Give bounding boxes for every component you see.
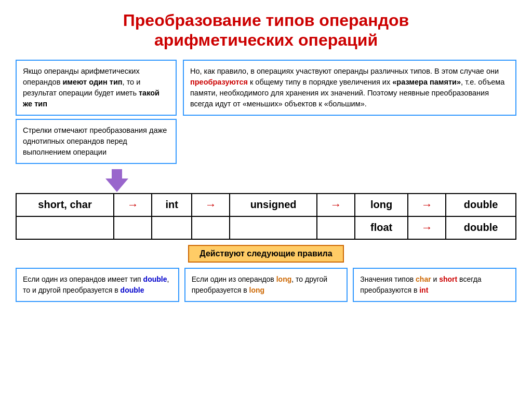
empty-5: [230, 216, 317, 239]
arrow-down-wrapper: [57, 167, 177, 192]
bottom-box-2: Если один из операндов long, то другой п…: [184, 268, 348, 302]
top-row: Якщо операнды арифметических операндов и…: [16, 60, 516, 192]
rules-label-container: Действуют следующие правила: [16, 245, 516, 263]
left-box2: Стрелки отмечают преобразования даже одн…: [16, 119, 177, 164]
type-short-char: short, char: [16, 194, 114, 216]
type-double-2: double: [446, 216, 516, 239]
table-row: float → double: [16, 216, 516, 239]
type-unsigned: unsigned: [230, 194, 317, 216]
type-int: int: [152, 194, 192, 216]
left-section: Якщо операнды арифметических операндов и…: [16, 60, 177, 192]
rules-label: Действуют следующие правила: [188, 245, 343, 263]
type-long: long: [355, 194, 408, 216]
conversion-table: short, char → int → unsigned → long → do…: [16, 193, 516, 240]
bottom-box-1: Если один из операндов имеет тип double,…: [16, 268, 179, 302]
bottom-boxes: Если один из операндов имеет тип double,…: [16, 268, 516, 302]
right-box: Но, как правило, в операциях участвуют о…: [183, 60, 516, 116]
page-container: Преобразование типов операндов арифметич…: [16, 10, 516, 302]
arrow-3: →: [317, 194, 355, 216]
left-box1: Якщо операнды арифметических операндов и…: [16, 60, 177, 116]
arrow-2: →: [192, 194, 230, 216]
empty-2: [114, 216, 152, 239]
empty-4: [192, 216, 230, 239]
arrow-1: →: [114, 194, 152, 216]
main-title: Преобразование типов операндов арифметич…: [16, 10, 516, 50]
arrow-5: →: [408, 216, 446, 239]
table-row: short, char → int → unsigned → long → do…: [16, 194, 516, 216]
type-float: float: [355, 216, 408, 239]
empty-3: [152, 216, 192, 239]
bottom-box-3: Значения типов char и short всегда преоб…: [353, 268, 516, 302]
empty-1: [16, 216, 114, 239]
arrow-4: →: [408, 194, 446, 216]
empty-6: [317, 216, 355, 239]
type-double-1: double: [446, 194, 516, 216]
arrow-head: [105, 179, 128, 192]
arrow-shaft: [112, 169, 122, 179]
